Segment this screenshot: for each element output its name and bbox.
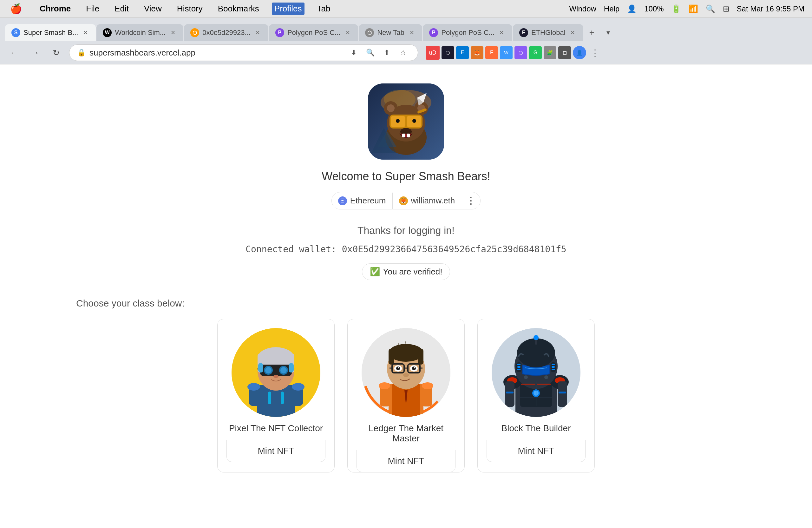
forward-button[interactable]: →	[27, 45, 43, 61]
character-name-ledger: Ledger The Market Master	[357, 423, 455, 444]
tab-new[interactable]: ⬡ New Tab ✕	[359, 24, 422, 41]
svg-point-44	[292, 383, 304, 390]
user-icon[interactable]: 👤	[627, 4, 637, 13]
character-image-ledger	[362, 328, 450, 417]
ext-wallet1[interactable]: ⬡	[441, 46, 454, 59]
svg-rect-41	[289, 363, 294, 372]
tab-favicon-2: W	[103, 28, 112, 37]
svg-rect-40	[258, 363, 263, 372]
chrome-browser: S Super Smash B... ✕ W Worldcoin Sim... …	[0, 18, 812, 65]
tab-favicon-1: S	[11, 28, 20, 37]
tab-close-7[interactable]: ✕	[569, 29, 577, 37]
download-icon[interactable]: ⬇	[347, 46, 361, 60]
character-grid: Pixel The NFT Collector Mint NFT	[217, 319, 595, 472]
wallet-options-button[interactable]: ⋮	[461, 192, 480, 209]
checkmark-icon: ✅	[370, 267, 380, 277]
extensions-toolbar: uD ⬡ E 🦊 F W ⬡ G 🧩 ⊟ 👤 ⋮	[426, 46, 602, 60]
tab-super-smash[interactable]: S Super Smash B... ✕	[5, 24, 96, 41]
app-menu-tab[interactable]: Tab	[315, 2, 333, 15]
app-menu-history[interactable]: History	[174, 2, 205, 15]
lock-icon: 🔒	[77, 48, 86, 57]
chrome-menu[interactable]: ⋮	[588, 46, 602, 60]
verified-text: You are verified!	[383, 267, 443, 277]
svg-rect-45	[268, 391, 271, 404]
tab-worldcoin[interactable]: W Worldcoin Sim... ✕	[97, 24, 183, 41]
mint-button-block[interactable]: Mint NFT	[487, 440, 585, 462]
url-text: supersmashbears.vercel.app	[89, 48, 195, 58]
reload-button[interactable]: ↻	[48, 45, 64, 61]
tab-title-4: Polygon PoS C...	[287, 29, 340, 37]
wifi-icon: 📶	[688, 4, 698, 13]
character-name-pixel: Pixel The NFT Collector	[229, 423, 323, 433]
svg-point-73	[414, 367, 415, 368]
ext-metamask[interactable]: 🦊	[471, 46, 483, 59]
app-menu-profiles[interactable]: Profiles	[272, 2, 304, 15]
battery-indicator: 100%	[644, 4, 664, 13]
tab-polygon-2[interactable]: P Polygon PoS C... ✕	[423, 24, 512, 41]
profile-avatar[interactable]: 👤	[573, 46, 586, 59]
address-bar: ← → ↻ 🔒 supersmashbears.vercel.app ⬇ 🔍 ⬆…	[0, 41, 812, 64]
app-menu-view[interactable]: View	[142, 2, 164, 15]
svg-rect-87	[557, 381, 567, 407]
ext-ublock[interactable]: uD	[426, 46, 440, 60]
svg-point-75	[379, 382, 390, 389]
share-icon[interactable]: ⬆	[380, 46, 394, 60]
search-icon[interactable]: 🔍	[706, 4, 715, 13]
svg-rect-98	[552, 363, 555, 365]
character-image-block	[492, 328, 580, 417]
tab-favicon-6: P	[429, 28, 438, 37]
ext-purple[interactable]: ⬡	[514, 46, 527, 59]
svg-point-6	[387, 104, 395, 112]
tab-close-3[interactable]: ✕	[254, 29, 262, 37]
tab-bar: S Super Smash B... ✕ W Worldcoin Sim... …	[0, 18, 812, 41]
svg-point-36	[265, 367, 272, 373]
url-input-bar[interactable]: 🔒 supersmashbears.vercel.app ⬇ 🔍 ⬆ ☆	[69, 44, 418, 61]
svg-rect-100	[552, 369, 555, 370]
tab-favicon-7: E	[519, 28, 528, 37]
tab-close-4[interactable]: ✕	[344, 29, 352, 37]
menu-window[interactable]: Window	[569, 4, 596, 13]
tab-0x0e5d[interactable]: ⬡ 0x0e5d29923... ✕	[184, 24, 269, 41]
bookmark-icon[interactable]: ☆	[396, 46, 410, 60]
svg-rect-46	[281, 391, 284, 404]
character-card-block[interactable]: Block The Builder Mint NFT	[477, 319, 595, 472]
tab-close-6[interactable]: ✕	[498, 29, 506, 37]
svg-rect-59	[418, 349, 423, 365]
tab-polygon-1[interactable]: P Polygon PoS C... ✕	[269, 24, 359, 41]
character-card-ledger[interactable]: Ledger The Market Master Mint NFT	[347, 319, 465, 472]
tab-close-2[interactable]: ✕	[169, 29, 177, 37]
mint-button-ledger[interactable]: Mint NFT	[357, 450, 455, 472]
character-card-pixel[interactable]: Pixel The NFT Collector Mint NFT	[217, 319, 335, 472]
svg-point-43	[247, 383, 260, 390]
url-bar-icons: ⬇ 🔍 ⬆ ☆	[347, 46, 410, 60]
app-menu-chrome[interactable]: Chrome	[37, 2, 73, 15]
ext-edge[interactable]: E	[456, 46, 469, 59]
tab-ethglobal[interactable]: E ETHGlobal ✕	[513, 24, 583, 41]
ext-green[interactable]: G	[529, 46, 542, 59]
back-button[interactable]: ←	[6, 45, 22, 61]
svg-rect-88	[506, 391, 513, 394]
character-image-pixel	[232, 328, 320, 417]
app-menu-file[interactable]: File	[84, 2, 102, 15]
menu-help[interactable]: Help	[604, 4, 620, 13]
choose-class-label: Choose your class below:	[76, 298, 185, 309]
new-tab-button[interactable]: +	[584, 25, 600, 41]
app-menu-bookmarks[interactable]: Bookmarks	[215, 2, 262, 15]
apple-menu[interactable]: 🍎	[8, 2, 25, 16]
ext-sidebar[interactable]: ⊟	[558, 46, 571, 59]
ext-puzzle[interactable]: 🧩	[543, 46, 556, 59]
ext-fox2[interactable]: F	[485, 46, 498, 59]
datetime: Sat Mar 16 9:55 PM	[737, 4, 804, 13]
control-center-icon[interactable]: ⊞	[723, 4, 729, 13]
tab-dropdown-button[interactable]: ▾	[600, 25, 616, 41]
app-menu-edit[interactable]: Edit	[112, 2, 131, 15]
svg-rect-86	[505, 381, 514, 407]
svg-rect-14	[402, 133, 405, 138]
mint-button-pixel[interactable]: Mint NFT	[227, 440, 325, 462]
zoom-icon[interactable]: 🔍	[363, 46, 377, 60]
verified-badge: ✅ You are verified!	[362, 263, 450, 280]
ext-walletconnect[interactable]: W	[500, 46, 512, 59]
tab-close-1[interactable]: ✕	[81, 29, 89, 37]
tab-close-5[interactable]: ✕	[408, 29, 416, 37]
bear-logo-svg	[368, 84, 444, 160]
